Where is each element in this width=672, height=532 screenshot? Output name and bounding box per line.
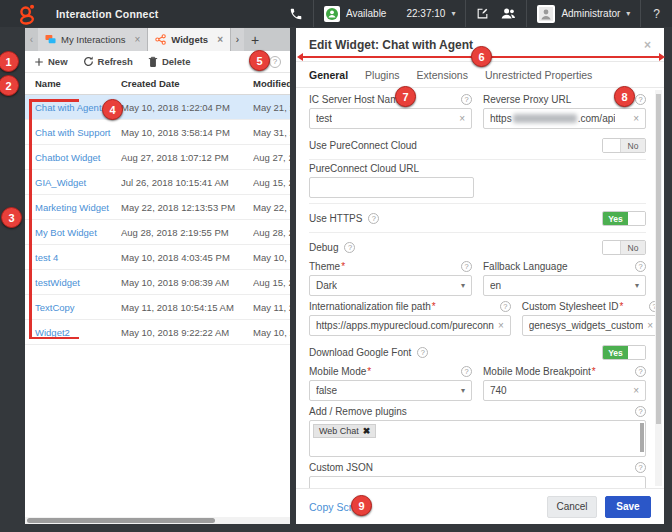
table-row[interactable]: Widget2 May 10, 2018 9:22:22 AM May 10, … (25, 320, 290, 345)
use-https-toggle[interactable]: Yes (602, 211, 646, 226)
widget-name-link[interactable]: TextCopy (25, 302, 121, 313)
help-icon[interactable]: ? (635, 261, 646, 272)
save-button[interactable]: Save (605, 496, 651, 518)
widget-name-link[interactable]: Marketing Widget (25, 202, 121, 213)
compose-button[interactable] (466, 0, 499, 27)
help-icon[interactable]: ? (635, 94, 646, 105)
table-row[interactable]: GIA_Widget Jul 26, 2018 10:15:41 AM Aug … (25, 170, 290, 195)
column-header-name[interactable]: Name (25, 78, 121, 89)
close-dialog-icon[interactable]: × (644, 38, 651, 52)
table-row[interactable]: Chat with Agent May 10, 2018 1:22:04 PM … (25, 95, 290, 120)
table-row[interactable]: My Bot Widget Aug 28, 2018 2:19:55 PM Au… (25, 220, 290, 245)
tab-my-interactions[interactable]: My Interactions × (38, 28, 148, 51)
help-icon[interactable]: ? (344, 242, 355, 253)
scrollbar-thumb[interactable] (656, 94, 661, 424)
custom-stylesheet-id-input[interactable]: genesys_widgets_custom × (522, 315, 660, 336)
close-tab-icon[interactable]: × (217, 34, 223, 45)
status-time-dropdown[interactable]: 22:37:10 ▾ (396, 0, 465, 27)
refresh-button[interactable]: Refresh (83, 56, 133, 67)
scrollbar-thumb[interactable] (27, 518, 215, 523)
use-pureconnect-cloud-toggle[interactable]: No (602, 138, 646, 153)
tab-scroll-right-button[interactable]: › (231, 28, 244, 51)
mobile-mode-select[interactable]: false ▾ (309, 380, 472, 401)
clear-icon[interactable]: × (494, 320, 504, 331)
close-tab-icon[interactable]: × (134, 34, 140, 45)
tab-widgets[interactable]: Widgets × (148, 28, 231, 51)
add-tab-button[interactable]: + (244, 28, 266, 51)
plus-icon (34, 57, 44, 67)
internationalization-file-path-input[interactable]: https://apps.mypurecloud.com/pureconn × (309, 315, 511, 336)
clear-icon[interactable]: × (455, 113, 465, 124)
table-row[interactable]: testWidget May 10, 2018 9:08:39 AM Aug 1… (25, 270, 290, 295)
table-row[interactable]: Chatbot Widget Aug 27, 2018 1:07:12 PM A… (25, 145, 290, 170)
table-row[interactable]: Marketing Widget May 22, 2018 12:13:53 P… (25, 195, 290, 220)
field-label: Mobile Mode Breakpoint (483, 366, 591, 377)
status-time: 22:37:10 (406, 8, 445, 19)
table-row[interactable]: test 4 May 10, 2018 4:03:45 PM May 10, 2 (25, 245, 290, 270)
widget-name-link[interactable]: Chat with Agent (25, 102, 121, 113)
delete-button[interactable]: Delete (148, 56, 191, 67)
widget-name-link[interactable]: GIA_Widget (25, 177, 121, 188)
help-icon[interactable]: ? (461, 94, 472, 105)
field-label: Download Google Font (309, 347, 411, 358)
widget-name-link[interactable]: Chat with Support (25, 127, 121, 138)
clear-icon[interactable]: × (643, 320, 653, 331)
fallback-language-select[interactable]: en ▾ (483, 275, 646, 296)
dialog-tabs: General Plugins Extensions Unrestricted … (296, 62, 664, 88)
field-fallback-language: Fallback Language ? en ▾ (483, 261, 646, 296)
help-icon[interactable]: ? (635, 406, 646, 417)
field-label: Custom JSON (309, 462, 373, 473)
widgets-list-panel: ‹ My Interactions × Widgets × › + New Re… (25, 28, 290, 524)
theme-select[interactable]: Dark ▾ (309, 275, 472, 296)
field-theme: Theme* ? Dark ▾ (309, 261, 472, 296)
cancel-button[interactable]: Cancel (547, 496, 597, 518)
plugin-chip-web-chat[interactable]: Web Chat ✖ (313, 424, 376, 438)
dialog-footer: Copy Script Cancel Save (296, 488, 664, 524)
tab-unrestricted-properties[interactable]: Unrestricted Properties (485, 69, 592, 81)
directory-button[interactable] (499, 0, 526, 27)
pureconnect-cloud-url-input[interactable] (309, 177, 474, 198)
help-button[interactable]: ? (641, 7, 672, 21)
help-icon[interactable]: ? (635, 366, 646, 377)
copy-script-link[interactable]: Copy Script (309, 501, 363, 513)
vertical-scrollbar[interactable] (655, 90, 662, 486)
widget-name-link[interactable]: test 4 (25, 252, 121, 263)
clear-icon[interactable]: × (629, 113, 639, 124)
horizontal-scrollbar[interactable] (25, 517, 290, 524)
debug-toggle[interactable]: No (602, 240, 646, 255)
clear-icon[interactable]: × (629, 385, 639, 396)
help-icon[interactable]: ? (461, 261, 472, 272)
field-custom-json: Custom JSON ? (309, 462, 646, 488)
widget-name-link[interactable]: testWidget (25, 277, 121, 288)
plugins-multiselect[interactable]: Web Chat ✖ (309, 420, 646, 457)
widget-name-link[interactable]: Widget2 (25, 327, 121, 338)
widget-name-link[interactable]: Chatbot Widget (25, 152, 121, 163)
tab-general[interactable]: General (309, 69, 348, 81)
phone-button[interactable] (279, 0, 313, 27)
reverse-proxy-url-input[interactable]: https .com/api × (483, 108, 646, 129)
download-google-font-toggle[interactable]: Yes (602, 345, 646, 360)
remove-chip-icon[interactable]: ✖ (363, 426, 371, 436)
custom-json-input[interactable] (309, 476, 646, 488)
help-icon[interactable]: ? (500, 301, 511, 312)
tab-scroll-left-button[interactable]: ‹ (25, 28, 38, 51)
column-header-modified[interactable]: Modified (253, 78, 290, 89)
user-menu[interactable]: Administrator ▾ (527, 0, 640, 27)
help-icon[interactable]: ? (368, 213, 379, 224)
tab-plugins[interactable]: Plugins (365, 69, 399, 81)
help-icon[interactable]: ? (417, 347, 428, 358)
ic-server-host-names-input[interactable]: test × (309, 108, 472, 129)
table-row[interactable]: TextCopy May 11, 2018 10:54:15 AM May 11… (25, 295, 290, 320)
column-header-created[interactable]: Created Date (121, 78, 253, 89)
table-row[interactable]: Chat with Support May 10, 2018 3:58:14 P… (25, 120, 290, 145)
new-button[interactable]: New (34, 56, 68, 67)
widget-name-link[interactable]: My Bot Widget (25, 227, 121, 238)
scrollbar-thumb[interactable] (640, 423, 644, 452)
help-icon[interactable]: ? (635, 462, 646, 473)
help-icon[interactable]: ? (461, 366, 472, 377)
mobile-mode-breakpoint-input[interactable]: 740 × (483, 380, 646, 401)
status-available-icon (326, 8, 338, 20)
status-selector[interactable]: Available (314, 0, 396, 27)
tab-extensions[interactable]: Extensions (417, 69, 468, 81)
list-help-icon[interactable]: ? (269, 56, 281, 68)
